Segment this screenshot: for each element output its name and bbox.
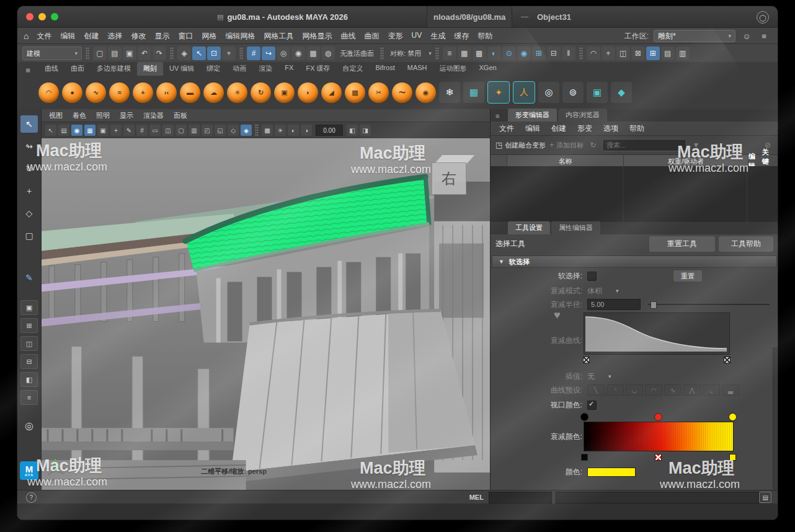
save-scene-icon[interactable]: ▣ bbox=[123, 47, 136, 60]
mel-result-field[interactable] bbox=[556, 492, 760, 503]
shelf-tab[interactable]: 渲染 bbox=[252, 62, 278, 76]
ramp-stop-yellow[interactable] bbox=[729, 454, 736, 461]
paint-select-tool[interactable]: ↻ bbox=[20, 160, 38, 177]
menubar-item[interactable]: 编辑网格 bbox=[221, 31, 259, 42]
ramp-handle-red[interactable] bbox=[654, 413, 662, 421]
shaded-icon[interactable]: ◈ bbox=[241, 125, 252, 136]
soft-select-checkbox[interactable] bbox=[587, 272, 597, 281]
menubar-item[interactable]: 网格工具 bbox=[259, 31, 298, 42]
grid-icon[interactable]: # bbox=[136, 125, 148, 136]
snap-curve-icon[interactable]: ↪ bbox=[262, 47, 275, 60]
shelf-tab[interactable]: 曲线 bbox=[38, 62, 64, 76]
clone-object-icon[interactable]: ◎ bbox=[538, 82, 559, 103]
menubar-item[interactable]: 显示 bbox=[150, 31, 174, 42]
menubar-item[interactable]: UV bbox=[407, 31, 426, 42]
render-sequence-icon[interactable]: ⊙ bbox=[502, 47, 516, 60]
foamy-brush-icon[interactable]: ☁ bbox=[203, 82, 224, 103]
move-tool[interactable]: + bbox=[20, 182, 38, 200]
soft-select-section-bar[interactable]: ▼ 软选择 bbox=[492, 255, 777, 268]
preset-ease-out[interactable]: ◝ bbox=[606, 384, 624, 396]
magnifier-icon[interactable]: ◎ bbox=[25, 420, 33, 432]
image-plane-icon[interactable]: ▣ bbox=[97, 125, 109, 136]
grease-pencil-icon[interactable]: ✎ bbox=[123, 125, 135, 136]
shelf-tab[interactable]: 曲面 bbox=[64, 62, 91, 76]
shape-editor-menu-item[interactable]: 帮助 bbox=[629, 123, 644, 134]
menubar-item[interactable]: 曲面 bbox=[360, 31, 383, 42]
panel-layouts-icon[interactable]: ▤ bbox=[661, 47, 675, 60]
shadows-icon[interactable]: ◐ bbox=[288, 125, 299, 136]
sculpt-falloff-icon[interactable]: ◠ bbox=[587, 47, 600, 60]
bulge-brush-icon[interactable]: ◉ bbox=[415, 82, 436, 103]
titlebar[interactable]: ▤ gu08.ma - Autodesk MAYA 2026 nloads/08… bbox=[17, 6, 778, 27]
mirror-geometry-icon[interactable]: ◆ bbox=[611, 82, 632, 103]
mel-input[interactable] bbox=[489, 492, 552, 503]
panel-menu-item[interactable]: 渲染器 bbox=[143, 111, 164, 120]
snap-projected-center-icon[interactable]: ◉ bbox=[291, 47, 305, 60]
wax-brush-icon[interactable]: ◗ bbox=[298, 82, 318, 103]
flatten-brush-icon[interactable]: ▬ bbox=[180, 82, 200, 103]
open-scene-icon[interactable]: ▤ bbox=[108, 47, 122, 60]
snap-view-plane-icon[interactable]: ▦ bbox=[306, 47, 320, 60]
shelf-menu-icon[interactable]: ≡ bbox=[25, 66, 30, 75]
ramp-handle-black[interactable] bbox=[580, 413, 588, 421]
relax-brush-icon[interactable]: ≈ bbox=[109, 82, 130, 103]
shelf-tab[interactable]: FX bbox=[278, 62, 300, 76]
symmetry-label[interactable]: 对称: 禁用 bbox=[388, 49, 424, 58]
menubar-item[interactable]: 生成 bbox=[426, 31, 450, 42]
film-gate-icon[interactable]: ▭ bbox=[149, 125, 161, 136]
camera-attrs-icon[interactable]: ▤ bbox=[58, 125, 69, 136]
preset-ease-in[interactable]: ◟ bbox=[703, 384, 720, 396]
panel-tab[interactable]: 工具设置 bbox=[508, 221, 550, 234]
preset-dome[interactable]: ◠ bbox=[645, 384, 662, 396]
hypershade-icon[interactable]: ⊞ bbox=[532, 47, 546, 60]
account-icon[interactable]: ☺ bbox=[740, 30, 753, 42]
render-settings-icon[interactable]: ▦ bbox=[458, 47, 471, 60]
layout-single-pane[interactable]: ▣ bbox=[20, 300, 38, 315]
fullscreen-button[interactable] bbox=[51, 13, 58, 20]
layout-four-pane[interactable]: ⊞ bbox=[20, 318, 38, 333]
falloff-color-ramp[interactable] bbox=[584, 422, 734, 451]
joint-xray-icon[interactable]: ⊠ bbox=[631, 47, 645, 60]
interpolation-select[interactable]: 无 ▾ bbox=[587, 371, 611, 382]
smear-brush-icon[interactable]: 〜 bbox=[392, 82, 412, 103]
panel-tab[interactable]: 形变编辑器 bbox=[508, 109, 557, 122]
window-tab-object[interactable]: Object31 bbox=[537, 6, 571, 27]
shape-editor-menu-item[interactable]: 创建 bbox=[551, 123, 566, 134]
falloff-radius-field[interactable]: 5.00 bbox=[587, 299, 641, 310]
shape-editor-menu-item[interactable]: 形变 bbox=[577, 123, 592, 134]
lock-camera-icon[interactable]: ◉ bbox=[71, 125, 82, 136]
tool-help-button[interactable]: 工具帮助 bbox=[719, 236, 773, 252]
scrollbar[interactable] bbox=[773, 347, 778, 490]
wireframe-icon[interactable]: ◇ bbox=[228, 125, 239, 136]
exposure-icon[interactable]: ◧ bbox=[347, 125, 358, 136]
reset-button[interactable]: 重置 bbox=[673, 270, 702, 282]
make-live-icon[interactable]: ◍ bbox=[321, 47, 335, 60]
menubar-item[interactable]: 窗口 bbox=[174, 31, 197, 42]
knife-brush-icon[interactable]: ✂ bbox=[368, 82, 389, 103]
panel-tab[interactable]: 内容浏览器 bbox=[558, 109, 607, 122]
highlight-selection-icon[interactable]: + bbox=[222, 47, 236, 60]
mel-label[interactable]: MEL bbox=[469, 494, 484, 501]
construction-history-icon[interactable]: ≡ bbox=[443, 47, 456, 60]
shape-editor-menu-item[interactable]: 文件 bbox=[499, 123, 514, 134]
object-pair-icon[interactable]: ⊚ bbox=[562, 82, 584, 103]
select-object-icon[interactable]: ↖ bbox=[192, 47, 206, 60]
search-input[interactable] bbox=[602, 139, 686, 151]
close-button[interactable] bbox=[26, 13, 33, 20]
panel-menu-item[interactable]: 显示 bbox=[120, 111, 133, 120]
curve-end-marker[interactable] bbox=[724, 357, 731, 363]
create-blend-shape-button[interactable]: ◳ 创建融合变形 bbox=[495, 141, 546, 150]
ao-icon[interactable]: ◑ bbox=[301, 125, 312, 136]
add-target-button[interactable]: + 添加目标 bbox=[549, 141, 584, 150]
menubar-item[interactable]: 修改 bbox=[127, 31, 150, 42]
shelf-tab[interactable]: 动画 bbox=[226, 62, 252, 76]
mode-selector[interactable]: 建模 ▾ bbox=[22, 47, 82, 60]
column-weight[interactable]: 权重/驱动者 bbox=[624, 155, 748, 167]
select-hierarchy-icon[interactable]: ◈ bbox=[177, 47, 191, 60]
shelf-tab[interactable]: MASH bbox=[401, 62, 433, 76]
panel-menu-item[interactable]: 视图 bbox=[49, 111, 63, 120]
shape-editor-menu-item[interactable]: 选项 bbox=[603, 123, 618, 134]
window-tab-path[interactable]: nloads/08/gu08.ma bbox=[427, 6, 512, 27]
script-editor-icon[interactable]: ▤ bbox=[759, 492, 771, 503]
view-cube-front-face[interactable]: 右 bbox=[432, 162, 466, 195]
